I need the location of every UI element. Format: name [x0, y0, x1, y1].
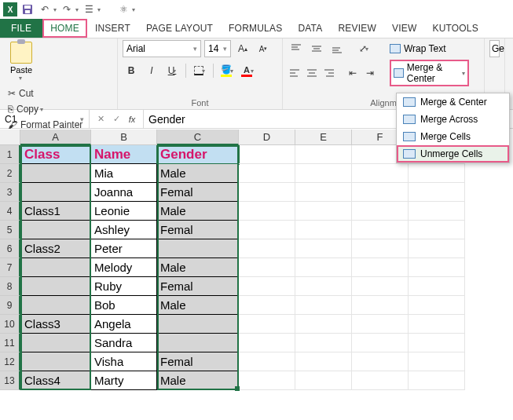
row-header[interactable]: 6: [0, 239, 20, 258]
cell[interactable]: Angela: [91, 315, 157, 334]
cell[interactable]: [409, 239, 465, 258]
wrap-text-button[interactable]: Wrap Text: [387, 42, 449, 56]
cell[interactable]: [352, 239, 409, 258]
row-header[interactable]: 12: [0, 352, 20, 371]
cell[interactable]: [295, 315, 352, 334]
menu-item-unmerge-cells[interactable]: Unmerge Cells: [397, 145, 509, 163]
fx-icon[interactable]: fx: [126, 113, 138, 126]
cell[interactable]: Male: [157, 371, 239, 390]
cell[interactable]: Visha: [91, 352, 157, 371]
cell[interactable]: [409, 352, 465, 371]
row-header[interactable]: 2: [0, 164, 20, 183]
cell[interactable]: Femal: [157, 221, 239, 239]
cell[interactable]: [157, 239, 239, 258]
copy-button[interactable]: ⎘Copy▾: [5, 102, 86, 116]
menu-item-merge-cells[interactable]: Merge Cells: [397, 128, 509, 145]
row-header[interactable]: 7: [0, 258, 20, 277]
paste-button[interactable]: Paste ▾: [5, 40, 38, 83]
decrease-font-icon[interactable]: A▾: [255, 40, 272, 57]
row-header[interactable]: 9: [0, 296, 20, 315]
tab-home[interactable]: HOME: [42, 19, 87, 38]
cell[interactable]: [20, 296, 91, 315]
border-button[interactable]: ▾: [191, 62, 208, 79]
cell[interactable]: Class: [20, 145, 91, 164]
cell[interactable]: [352, 352, 409, 371]
cell[interactable]: [352, 183, 409, 202]
column-header-a[interactable]: A: [20, 130, 91, 145]
cell[interactable]: [20, 258, 91, 277]
cell[interactable]: [157, 315, 239, 334]
orientation-button[interactable]: ⤢▾: [355, 40, 372, 57]
cell[interactable]: [239, 183, 295, 202]
cell[interactable]: [409, 202, 465, 221]
undo-icon[interactable]: ↶: [38, 2, 52, 16]
tab-file[interactable]: FILE: [0, 19, 42, 38]
cell[interactable]: Class2: [20, 239, 91, 258]
cell[interactable]: Marty: [91, 371, 157, 390]
cell[interactable]: [409, 258, 465, 277]
cell[interactable]: Male: [157, 202, 239, 221]
cell[interactable]: [409, 315, 465, 334]
font-color-button[interactable]: A▾: [239, 62, 256, 79]
cell[interactable]: Gender: [157, 145, 239, 164]
cell[interactable]: Male: [157, 258, 239, 277]
decrease-indent-icon[interactable]: ⇤: [346, 64, 360, 82]
row-header[interactable]: 8: [0, 277, 20, 296]
chart-icon[interactable]: ⚛: [116, 2, 130, 16]
row-header[interactable]: 10: [0, 315, 20, 334]
cell[interactable]: [239, 315, 295, 334]
fill-color-button[interactable]: 🪣▾: [218, 62, 236, 79]
cell[interactable]: [20, 183, 91, 202]
tab-page-layout[interactable]: PAGE LAYOUT: [138, 19, 221, 38]
cell[interactable]: Femal: [157, 352, 239, 371]
cell[interactable]: [409, 221, 465, 239]
cell[interactable]: [239, 352, 295, 371]
merge-center-button[interactable]: Merge & Center▾: [390, 60, 469, 86]
cell[interactable]: [239, 145, 295, 164]
cell[interactable]: Name: [91, 145, 157, 164]
cell[interactable]: [239, 277, 295, 296]
row-header[interactable]: 4: [0, 202, 20, 221]
cell[interactable]: Mia: [91, 164, 157, 183]
cell[interactable]: [239, 239, 295, 258]
cell[interactable]: [409, 371, 465, 390]
cell[interactable]: [157, 334, 239, 352]
cell[interactable]: [295, 221, 352, 239]
cell[interactable]: [295, 258, 352, 277]
cell[interactable]: Femal: [157, 183, 239, 202]
row-header[interactable]: 3: [0, 183, 20, 202]
tab-view[interactable]: VIEW: [384, 19, 424, 38]
cell[interactable]: [352, 221, 409, 239]
increase-indent-icon[interactable]: ⇥: [363, 64, 377, 82]
redo-icon[interactable]: ↷: [60, 2, 74, 16]
cell[interactable]: [295, 145, 352, 164]
tab-kutools[interactable]: KUTOOLS: [424, 19, 486, 38]
cell[interactable]: Sandra: [91, 334, 157, 352]
cell[interactable]: [295, 371, 352, 390]
cell[interactable]: [409, 164, 465, 183]
row-header[interactable]: 13: [0, 371, 20, 390]
bold-button[interactable]: B: [123, 62, 140, 79]
cell[interactable]: [352, 315, 409, 334]
align-top-icon[interactable]: [288, 40, 305, 57]
cell[interactable]: [295, 183, 352, 202]
number-format-select[interactable]: Ge: [489, 40, 500, 57]
cell[interactable]: [20, 164, 91, 183]
save-icon[interactable]: [20, 2, 35, 16]
cell[interactable]: Ashley: [91, 221, 157, 239]
cell[interactable]: [352, 258, 409, 277]
touch-mode-icon[interactable]: ☰: [82, 2, 96, 16]
cut-button[interactable]: ✂Cut: [5, 86, 86, 100]
underline-button[interactable]: U▾: [163, 62, 181, 79]
cell[interactable]: Leonie: [91, 202, 157, 221]
cell[interactable]: Femal: [157, 277, 239, 296]
column-header-b[interactable]: B: [91, 130, 157, 145]
cell[interactable]: [20, 221, 91, 239]
cell[interactable]: [239, 334, 295, 352]
align-bottom-icon[interactable]: [328, 40, 346, 57]
cell[interactable]: [239, 371, 295, 390]
cell[interactable]: [239, 164, 295, 183]
cell[interactable]: Joanna: [91, 183, 157, 202]
cell[interactable]: Peter: [91, 239, 157, 258]
cell[interactable]: [409, 277, 465, 296]
